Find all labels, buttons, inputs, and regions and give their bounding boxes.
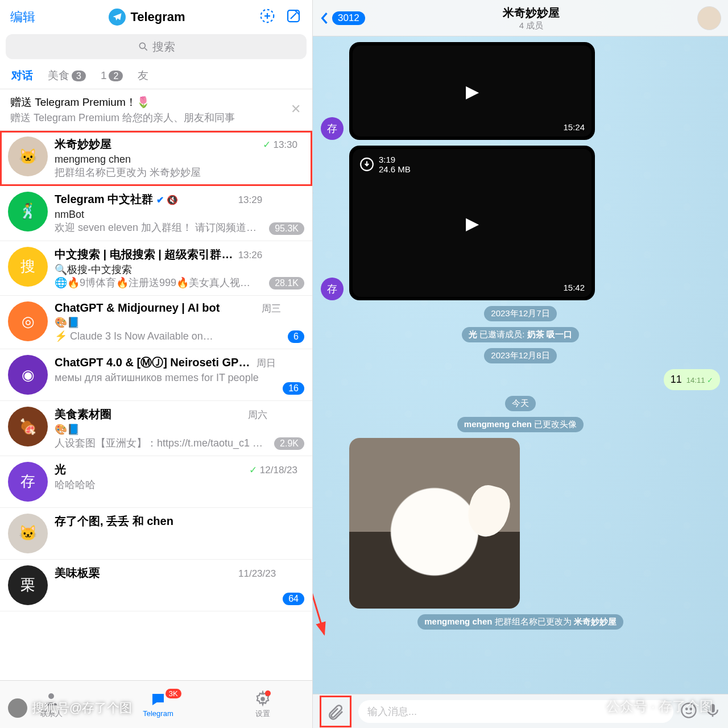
service-message: mengmeng chen 把群组名称已更改为 米奇妙妙屋 — [417, 614, 623, 630]
avatar: 搜 — [8, 247, 48, 287]
left-header: 编辑 Telegram — [0, 0, 312, 34]
service-message: 光 已邀请成员: 奶茶 吸一口 — [462, 327, 579, 342]
close-icon[interactable]: ✕ — [291, 102, 301, 117]
avatar: ◉ — [8, 355, 48, 395]
date-separator: 今天 — [505, 396, 536, 411]
search-input[interactable]: 搜索 — [6, 34, 307, 59]
outgoing-message[interactable]: 11 14:11 ✓ — [664, 369, 720, 390]
chat-row[interactable]: 🕺Telegram 中文社群 ✔︎ 🔇13:29nmBot欢迎 seven el… — [0, 186, 312, 241]
date-separator: 2023年12月8日 — [484, 348, 556, 363]
chat-row[interactable]: 栗美味板栗11/23/2364 — [0, 560, 312, 611]
sender-avatar-icon[interactable]: 存 — [321, 278, 344, 300]
telegram-logo-icon — [109, 9, 126, 26]
watermark-left: 搜狐号@存了个图 — [8, 698, 132, 718]
chat-row[interactable]: 搜中文搜索 | 电报搜索 | 超级索引群 🔇13:26🔍极搜-中文搜索🌐🔥9博体… — [0, 241, 312, 296]
chat-list-pane: 编辑 Telegram 搜索 对话 — [0, 0, 313, 728]
edit-button[interactable]: 编辑 — [10, 9, 35, 26]
compose-icon[interactable] — [285, 7, 302, 27]
promo-subtitle: 赠送 Telegram Premium 给您的亲人、朋友和同事 — [10, 111, 277, 125]
svg-point-4 — [260, 697, 265, 701]
avatar: 存 — [8, 462, 48, 502]
folder-tabs: 对话 美食3 12 友 — [0, 64, 312, 89]
chat-avatar[interactable] — [697, 6, 721, 30]
svg-point-13 — [592, 702, 598, 708]
video-message[interactable]: 3:1924.6 MB ▶15:42 — [349, 146, 595, 300]
chat-title: 米奇妙妙屋 — [370, 5, 693, 20]
conversation-header: 3012 米奇妙妙屋 4 成员 — [313, 0, 728, 36]
chat-row[interactable]: 🐱存了个图, 丢丢 和 chen — [0, 508, 312, 560]
avatar: 🐱 — [8, 514, 48, 553]
chat-list: 🐱米奇妙妙屋✓ 13:30mengmeng chen 把群组名称已更改为 米奇妙… — [0, 131, 312, 680]
attach-button[interactable] — [320, 696, 351, 727]
avatar: 栗 — [8, 565, 48, 605]
new-folder-icon[interactable] — [259, 7, 276, 27]
tab-chats[interactable]: 3K Telegram — [143, 691, 173, 718]
sender-avatar-icon[interactable]: 存 — [321, 117, 344, 140]
chat-row[interactable]: 🍖美食素材圈周六🎨📘 人设套图【亚洲女】：https://t.me/taotu_… — [0, 401, 312, 456]
photo-message[interactable] — [349, 438, 520, 609]
avatar: 🍖 — [8, 407, 48, 446]
chat-subtitle: 4 成员 — [370, 20, 693, 31]
svg-point-3 — [48, 693, 54, 699]
watermark-right: 公众号 · 存了个图 — [584, 697, 713, 715]
unread-badge: 3K — [166, 689, 181, 698]
promo-title: 赠送 Telegram Premium！🌷 — [10, 95, 277, 110]
premium-promo[interactable]: 赠送 Telegram Premium！🌷 赠送 Telegram Premiu… — [0, 89, 312, 131]
chat-title-button[interactable]: 米奇妙妙屋 4 成员 — [370, 5, 693, 31]
avatar: 🕺 — [8, 192, 48, 231]
tab-settings[interactable]: 设置 — [254, 690, 272, 719]
chat-row[interactable]: 存光✓ 12/18/23哈哈哈哈 — [0, 456, 312, 508]
app-title: Telegram — [130, 10, 185, 24]
messages-area[interactable]: 存 ▶15:24 存 3:1924.6 MB ▶15:42 — [313, 36, 728, 694]
chat-row[interactable]: 🐱米奇妙妙屋✓ 13:30mengmeng chen 把群组名称已更改为 米奇妙… — [0, 131, 312, 186]
search-placeholder: 搜索 — [152, 39, 175, 55]
service-message: mengmeng chen 已更改头像 — [457, 417, 584, 432]
chat-row[interactable]: ◉ChatGPT 4.0 & [ⓂⒿ] Neiroseti GPT 🤖周日мем… — [0, 349, 312, 401]
avatar: ◎ — [8, 301, 48, 341]
folder-tab-food[interactable]: 美食3 — [48, 68, 86, 83]
back-count-badge: 3012 — [332, 11, 365, 25]
folder-tab-1[interactable]: 12 — [101, 69, 123, 82]
svg-point-2 — [139, 43, 145, 48]
back-button[interactable]: 3012 — [320, 11, 365, 25]
folder-tab-friends[interactable]: 友 — [138, 68, 148, 83]
date-separator: 2023年12月7日 — [484, 306, 556, 321]
chat-row[interactable]: ◎ChatGPT & Midjourney | AI bot周三🎨📘 ⚡ Cla… — [0, 296, 312, 349]
conversation-pane: 3012 米奇妙妙屋 4 成员 存 ▶15:24 存 — [313, 0, 728, 728]
avatar: 🐱 — [8, 136, 48, 176]
video-message[interactable]: ▶15:24 — [349, 42, 595, 140]
folder-tab-all[interactable]: 对话 — [11, 68, 33, 83]
